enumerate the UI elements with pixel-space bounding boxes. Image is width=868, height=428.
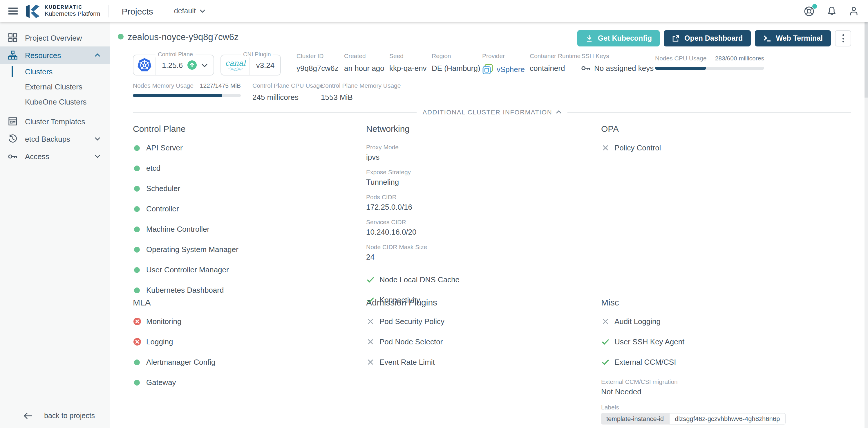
page-title: Projects	[122, 6, 153, 16]
section-mla: MLA Monitoring Logging Alertmanager Conf…	[133, 297, 359, 398]
sidebar-item-label: Cluster Templates	[25, 117, 85, 126]
chevron-up-icon	[556, 110, 561, 114]
status-row: Gateway	[133, 378, 359, 387]
error-icon	[133, 318, 141, 325]
ccm-migration-value: Not Needed	[601, 387, 857, 396]
sidebar-item-clusters[interactable]: Clusters	[0, 64, 110, 79]
external-link-icon	[672, 34, 680, 42]
back-to-projects-link[interactable]: back to projects	[0, 407, 110, 425]
status-ok-dot	[134, 379, 140, 385]
status-ok-dot	[134, 186, 140, 191]
sidebar-item-label: etcd Backups	[25, 135, 70, 143]
notification-badge	[812, 4, 817, 8]
section-control-plane: Control Plane API Server etcd Scheduler …	[133, 124, 359, 306]
open-dashboard-button[interactable]: Open Dashboard	[664, 30, 751, 47]
scrollbar-thumb[interactable]	[865, 22, 868, 97]
status-row: External CCM/CSI	[601, 358, 857, 366]
back-to-projects-label: back to projects	[44, 412, 95, 420]
chevron-down-icon	[200, 9, 206, 13]
fact-container-runtime: Container Runtime containerd	[530, 52, 581, 73]
nodes-cpu-progressbar	[655, 67, 764, 70]
section-misc: Misc Audit Logging User SSH Key Agent Ex…	[601, 297, 857, 425]
vsphere-icon	[482, 64, 493, 75]
status-ok-dot	[134, 359, 140, 365]
status-row: User SSH Key Agent	[601, 337, 857, 346]
additional-info-label: ADDITIONAL CLUSTER INFORMATION	[423, 109, 552, 116]
cluster-health-dot	[118, 34, 124, 39]
open-dashboard-label: Open Dashboard	[684, 34, 743, 42]
help-icon[interactable]	[804, 5, 815, 17]
status-row: Monitoring	[133, 317, 359, 326]
sidebar-item-resources[interactable]: Resources	[0, 47, 110, 64]
labels-title: Labels	[601, 404, 857, 410]
kebab-icon	[842, 33, 844, 44]
status-row: Alertmanager Config	[133, 358, 359, 366]
hamburger-menu-icon[interactable]	[8, 6, 18, 16]
control-plane-chip-label: Control Plane	[155, 51, 195, 57]
cni-chip-label: CNI Plugin	[241, 51, 273, 57]
ccm-migration-label: External CCM/CSI migration	[601, 378, 857, 385]
chevron-down-icon	[95, 137, 100, 141]
nodes-memory-value: 1227/1475 MiB	[200, 82, 241, 89]
cluster-name: zealous-noyce-y9q8g7cw6z	[128, 32, 239, 42]
app: KUBERMATIC Kubernetes Platform Projects …	[0, 0, 868, 428]
canal-waves-icon	[228, 67, 243, 71]
scrollbar[interactable]	[865, 22, 868, 428]
fact-seed: Seed kkp-qa-env	[389, 52, 427, 73]
cluster-label-chip: template-instance-id dlzsggf46z-gczvhbhw…	[601, 413, 857, 425]
user-icon[interactable]	[849, 6, 859, 16]
status-row: Machine Controller	[133, 225, 359, 233]
top-bar: KUBERMATIC Kubernetes Platform Projects …	[0, 0, 868, 22]
chevron-down-icon	[95, 154, 100, 158]
status-row: Pod Node Selector	[366, 337, 592, 346]
sidebar-item-etcd-backups[interactable]: etcd Backups	[0, 130, 110, 147]
check-icon	[601, 359, 609, 365]
web-terminal-button[interactable]: Web Terminal	[755, 30, 831, 47]
fact-provider: Provider vSphere	[482, 52, 525, 75]
provider-name: vSphere	[497, 65, 525, 74]
cni-version: v3.24	[256, 61, 275, 69]
project-selector[interactable]: default	[174, 7, 206, 15]
sidebar-item-kubeone-clusters[interactable]: KubeOne Clusters	[0, 94, 110, 109]
additional-cluster-information-toggle[interactable]: ADDITIONAL CLUSTER INFORMATION	[133, 109, 851, 116]
download-icon	[586, 34, 593, 42]
kubernetes-icon	[137, 58, 151, 72]
ssh-key-icon	[581, 65, 591, 72]
brand: KUBERMATIC Kubernetes Platform	[45, 5, 100, 17]
status-row: Node Local DNS Cache	[366, 275, 592, 284]
field-node-cidr-mask: Node CIDR Mask Size24	[366, 243, 592, 261]
nodes-cpu-progress-fill	[655, 67, 706, 70]
fact-created: Created an hour ago	[344, 52, 384, 73]
status-row: Logging	[133, 337, 359, 346]
status-row: Event Rate Limit	[366, 358, 592, 366]
cluster-actions-menu-button[interactable]	[835, 30, 851, 47]
get-kubeconfig-button[interactable]: Get Kubeconfig	[578, 30, 660, 47]
sidebar-item-external-clusters[interactable]: External Clusters	[0, 79, 110, 94]
x-icon	[367, 359, 373, 365]
upgrade-available-icon[interactable]	[187, 60, 197, 70]
brand-title: KUBERMATIC	[45, 5, 100, 10]
nodes-memory-label: Nodes Memory Usage	[133, 82, 193, 89]
label-key: template-instance-id	[601, 413, 669, 425]
status-ok-dot	[134, 165, 140, 171]
section-admission-plugins: Admission Plugins Pod Security Policy Po…	[366, 297, 592, 378]
terminal-icon	[763, 35, 771, 42]
sidebar-item-access[interactable]: Access	[0, 147, 110, 165]
bell-icon[interactable]	[827, 6, 837, 16]
key-icon	[8, 153, 18, 160]
arrow-left-icon	[23, 412, 32, 419]
nodes-memory-progressbar	[133, 94, 241, 97]
error-icon	[133, 338, 141, 345]
status-row: Kubernetes Dashboard	[133, 286, 359, 294]
status-row: User Controller Manager	[133, 265, 359, 274]
status-ok-dot	[134, 247, 140, 252]
canal-logo: canal	[225, 59, 246, 67]
sidebar-item-label: Clusters	[25, 67, 53, 76]
control-plane-memory-usage: Control Plane Memory Usage 1553 MiB	[321, 82, 401, 102]
sidebar-item-project-overview[interactable]: Project Overview	[0, 29, 110, 47]
get-kubeconfig-label: Get Kubeconfig	[598, 34, 652, 42]
chevron-down-icon[interactable]	[202, 63, 208, 67]
header-divider	[108, 5, 109, 18]
sidebar-item-cluster-templates[interactable]: Cluster Templates	[0, 113, 110, 130]
status-ok-dot	[134, 226, 140, 232]
